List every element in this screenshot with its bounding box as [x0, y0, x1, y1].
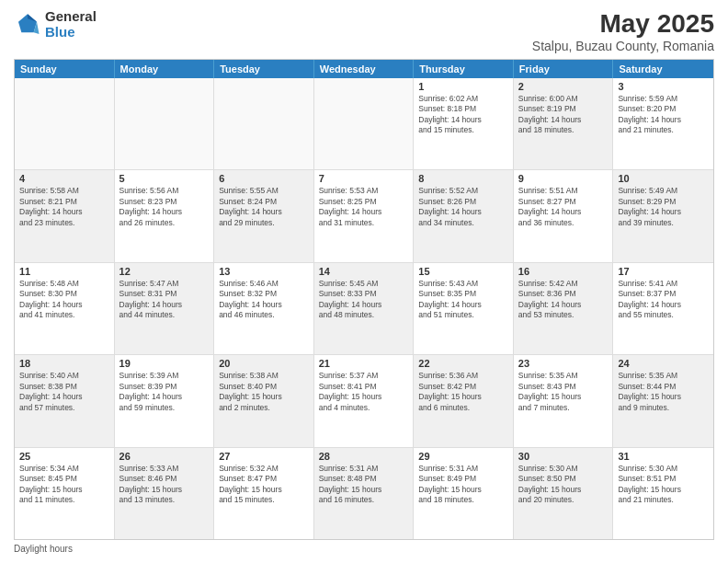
calendar-header-cell: Wednesday — [314, 60, 415, 78]
calendar-cell: 31Sunrise: 5:30 AM Sunset: 8:51 PM Dayli… — [613, 448, 713, 539]
footer-label: Daylight hours — [14, 544, 73, 554]
calendar-cell: 4Sunrise: 5:58 AM Sunset: 8:21 PM Daylig… — [15, 170, 115, 261]
day-info: Sunrise: 5:55 AM Sunset: 8:24 PM Dayligh… — [219, 186, 309, 228]
calendar-week-row: 4Sunrise: 5:58 AM Sunset: 8:21 PM Daylig… — [15, 170, 713, 262]
logo-general-text: General — [45, 9, 97, 25]
calendar-header-cell: Monday — [115, 60, 215, 78]
day-info: Sunrise: 5:37 AM Sunset: 8:41 PM Dayligh… — [319, 371, 409, 413]
day-info: Sunrise: 5:49 AM Sunset: 8:29 PM Dayligh… — [618, 186, 709, 228]
calendar-cell: 12Sunrise: 5:47 AM Sunset: 8:31 PM Dayli… — [115, 263, 215, 354]
day-number: 2 — [518, 81, 609, 92]
calendar-week-row: 11Sunrise: 5:48 AM Sunset: 8:30 PM Dayli… — [15, 263, 713, 355]
page: General Blue May 2025 Stalpu, Buzau Coun… — [0, 0, 728, 563]
day-info: Sunrise: 5:42 AM Sunset: 8:36 PM Dayligh… — [518, 279, 609, 321]
day-info: Sunrise: 5:59 AM Sunset: 8:20 PM Dayligh… — [618, 94, 709, 136]
day-info: Sunrise: 5:31 AM Sunset: 8:49 PM Dayligh… — [418, 464, 508, 506]
calendar-header-cell: Friday — [514, 60, 614, 78]
day-info: Sunrise: 5:30 AM Sunset: 8:51 PM Dayligh… — [618, 464, 709, 506]
calendar-cell: 8Sunrise: 5:52 AM Sunset: 8:26 PM Daylig… — [414, 170, 514, 261]
calendar: SundayMondayTuesdayWednesdayThursdayFrid… — [14, 59, 714, 540]
day-number: 4 — [19, 173, 109, 184]
calendar-cell: 1Sunrise: 6:02 AM Sunset: 8:18 PM Daylig… — [414, 78, 514, 169]
calendar-cell: 2Sunrise: 6:00 AM Sunset: 8:19 PM Daylig… — [514, 78, 614, 169]
calendar-cell: 11Sunrise: 5:48 AM Sunset: 8:30 PM Dayli… — [15, 263, 115, 354]
day-info: Sunrise: 6:02 AM Sunset: 8:18 PM Dayligh… — [418, 94, 508, 136]
day-info: Sunrise: 5:36 AM Sunset: 8:42 PM Dayligh… — [418, 371, 508, 413]
calendar-cell: 22Sunrise: 5:36 AM Sunset: 8:42 PM Dayli… — [414, 355, 514, 446]
subtitle: Stalpu, Buzau County, Romania — [532, 39, 714, 53]
day-info: Sunrise: 5:41 AM Sunset: 8:37 PM Dayligh… — [618, 279, 709, 321]
calendar-body: 1Sunrise: 6:02 AM Sunset: 8:18 PM Daylig… — [15, 78, 713, 539]
calendar-cell — [314, 78, 415, 169]
calendar-cell — [115, 78, 215, 169]
day-number: 23 — [518, 358, 609, 369]
calendar-cell: 24Sunrise: 5:35 AM Sunset: 8:44 PM Dayli… — [613, 355, 713, 446]
calendar-cell: 26Sunrise: 5:33 AM Sunset: 8:46 PM Dayli… — [115, 448, 215, 539]
day-number: 6 — [219, 173, 309, 184]
logo-icon — [14, 11, 41, 39]
logo: General Blue — [14, 9, 97, 40]
day-info: Sunrise: 5:30 AM Sunset: 8:50 PM Dayligh… — [518, 464, 609, 506]
day-info: Sunrise: 5:31 AM Sunset: 8:48 PM Dayligh… — [319, 464, 409, 506]
calendar-cell: 13Sunrise: 5:46 AM Sunset: 8:32 PM Dayli… — [214, 263, 314, 354]
calendar-cell — [214, 78, 314, 169]
header: General Blue May 2025 Stalpu, Buzau Coun… — [14, 9, 714, 53]
day-number: 13 — [219, 266, 309, 277]
day-number: 30 — [518, 451, 609, 462]
day-info: Sunrise: 5:35 AM Sunset: 8:43 PM Dayligh… — [518, 371, 609, 413]
calendar-cell: 18Sunrise: 5:40 AM Sunset: 8:38 PM Dayli… — [15, 355, 115, 446]
calendar-cell: 25Sunrise: 5:34 AM Sunset: 8:45 PM Dayli… — [15, 448, 115, 539]
day-number: 28 — [319, 451, 409, 462]
day-number: 17 — [618, 266, 709, 277]
day-info: Sunrise: 5:47 AM Sunset: 8:31 PM Dayligh… — [119, 279, 210, 321]
calendar-cell: 10Sunrise: 5:49 AM Sunset: 8:29 PM Dayli… — [613, 170, 713, 261]
calendar-header-cell: Saturday — [613, 60, 713, 78]
calendar-cell — [15, 78, 115, 169]
calendar-cell: 28Sunrise: 5:31 AM Sunset: 8:48 PM Dayli… — [314, 448, 415, 539]
calendar-cell: 23Sunrise: 5:35 AM Sunset: 8:43 PM Dayli… — [514, 355, 614, 446]
calendar-cell: 9Sunrise: 5:51 AM Sunset: 8:27 PM Daylig… — [514, 170, 614, 261]
day-number: 10 — [618, 173, 709, 184]
day-number: 24 — [618, 358, 709, 369]
day-number: 21 — [319, 358, 409, 369]
day-info: Sunrise: 5:51 AM Sunset: 8:27 PM Dayligh… — [518, 186, 609, 228]
day-info: Sunrise: 5:35 AM Sunset: 8:44 PM Dayligh… — [618, 371, 709, 413]
day-info: Sunrise: 5:33 AM Sunset: 8:46 PM Dayligh… — [119, 464, 210, 506]
day-info: Sunrise: 5:45 AM Sunset: 8:33 PM Dayligh… — [319, 279, 409, 321]
day-info: Sunrise: 5:43 AM Sunset: 8:35 PM Dayligh… — [418, 279, 508, 321]
calendar-cell: 15Sunrise: 5:43 AM Sunset: 8:35 PM Dayli… — [414, 263, 514, 354]
day-info: Sunrise: 5:34 AM Sunset: 8:45 PM Dayligh… — [19, 464, 109, 506]
day-number: 18 — [19, 358, 109, 369]
day-number: 31 — [618, 451, 709, 462]
day-info: Sunrise: 5:58 AM Sunset: 8:21 PM Dayligh… — [19, 186, 109, 228]
calendar-cell: 30Sunrise: 5:30 AM Sunset: 8:50 PM Dayli… — [514, 448, 614, 539]
calendar-cell: 5Sunrise: 5:56 AM Sunset: 8:23 PM Daylig… — [115, 170, 215, 261]
day-info: Sunrise: 5:39 AM Sunset: 8:39 PM Dayligh… — [119, 371, 210, 413]
calendar-cell: 21Sunrise: 5:37 AM Sunset: 8:41 PM Dayli… — [314, 355, 415, 446]
day-number: 1 — [418, 81, 508, 92]
calendar-cell: 14Sunrise: 5:45 AM Sunset: 8:33 PM Dayli… — [314, 263, 415, 354]
calendar-week-row: 1Sunrise: 6:02 AM Sunset: 8:18 PM Daylig… — [15, 78, 713, 170]
day-number: 19 — [119, 358, 210, 369]
day-number: 29 — [418, 451, 508, 462]
calendar-header-cell: Tuesday — [214, 60, 314, 78]
day-number: 22 — [418, 358, 508, 369]
day-number: 27 — [219, 451, 309, 462]
day-number: 16 — [518, 266, 609, 277]
calendar-cell: 29Sunrise: 5:31 AM Sunset: 8:49 PM Dayli… — [414, 448, 514, 539]
day-number: 3 — [618, 81, 709, 92]
calendar-cell: 17Sunrise: 5:41 AM Sunset: 8:37 PM Dayli… — [613, 263, 713, 354]
day-info: Sunrise: 5:38 AM Sunset: 8:40 PM Dayligh… — [219, 371, 309, 413]
day-number: 11 — [19, 266, 109, 277]
calendar-cell: 16Sunrise: 5:42 AM Sunset: 8:36 PM Dayli… — [514, 263, 614, 354]
calendar-week-row: 18Sunrise: 5:40 AM Sunset: 8:38 PM Dayli… — [15, 355, 713, 447]
calendar-header-cell: Sunday — [15, 60, 115, 78]
day-number: 8 — [418, 173, 508, 184]
footer: Daylight hours — [14, 544, 714, 554]
main-title: May 2025 — [532, 9, 714, 39]
day-number: 12 — [119, 266, 210, 277]
day-number: 5 — [119, 173, 210, 184]
calendar-cell: 27Sunrise: 5:32 AM Sunset: 8:47 PM Dayli… — [214, 448, 314, 539]
day-info: Sunrise: 6:00 AM Sunset: 8:19 PM Dayligh… — [518, 94, 609, 136]
logo-blue-text: Blue — [45, 25, 97, 40]
